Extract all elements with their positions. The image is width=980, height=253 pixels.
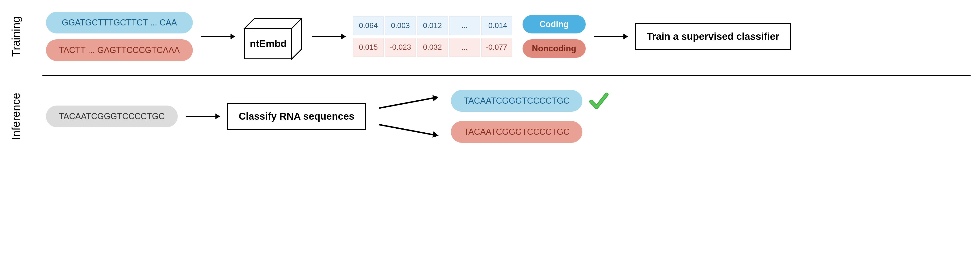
split-arrows: [378, 95, 439, 138]
embedding-row-coding: 0.064 0.003 0.012 ... -0.014: [353, 16, 512, 35]
noncoding-label-pill: Noncoding: [522, 39, 586, 58]
svg-marker-1: [231, 34, 235, 39]
ntembd-text: ntEmbd: [250, 38, 286, 49]
classify-box: Classify RNA sequences: [227, 103, 366, 130]
arrow-icon: [200, 32, 235, 41]
sequence-coding-pill: GGATGCTTTGCTTCT ... CAA: [46, 12, 193, 33]
inference-flow: TACAATCGGGTCCCCTGC Classify RNA sequence…: [46, 90, 970, 143]
inference-section: Inference TACAATCGGGTCCCCTGC Classify RN…: [10, 83, 970, 150]
embedding-cell: -0.077: [481, 38, 512, 57]
output-noncoding-pill: TACAATCGGGTCCCCTGC: [451, 121, 582, 143]
embedding-cell: -0.023: [385, 38, 416, 57]
arrow-icon: [593, 32, 628, 41]
training-section: Training GGATGCTTTGCTTCT ... CAA TACTT .…: [10, 5, 970, 68]
training-label: Training: [10, 16, 22, 57]
svg-marker-6: [341, 34, 346, 39]
output-coding-pill: TACAATCGGGTCCCCTGC: [451, 90, 582, 111]
embedding-cell: 0.064: [353, 16, 384, 35]
class-labels: Coding Noncoding: [522, 15, 586, 58]
embedding-cell: ...: [449, 38, 480, 57]
svg-marker-10: [215, 113, 220, 119]
arrow-icon: [311, 32, 346, 41]
embeddings-table: 0.064 0.003 0.012 ... -0.014 0.015 -0.02…: [353, 16, 512, 57]
svg-marker-12: [433, 95, 439, 101]
arrow-icon: [185, 111, 220, 121]
svg-marker-8: [624, 34, 628, 39]
svg-marker-14: [433, 132, 439, 138]
svg-line-13: [379, 125, 433, 135]
embedding-cell: 0.003: [385, 16, 416, 35]
arrow-down-icon: [378, 123, 439, 138]
training-sequences: GGATGCTTTGCTTCT ... CAA TACTT ... GAGTTC…: [46, 12, 193, 61]
sequence-noncoding-pill: TACTT ... GAGTTCCCGTCAAA: [46, 39, 193, 61]
embedding-cell: 0.012: [417, 16, 448, 35]
training-flow: GGATGCTTTGCTTCT ... CAA TACTT ... GAGTTC…: [46, 12, 970, 61]
embedding-cell: 0.032: [417, 38, 448, 57]
embedding-cell: -0.014: [481, 16, 512, 35]
inference-output-coding: TACAATCGGGTCCCCTGC: [451, 90, 610, 111]
svg-line-11: [379, 98, 433, 108]
arrow-up-icon: [378, 95, 439, 109]
section-divider: [43, 75, 970, 76]
coding-label-pill: Coding: [522, 15, 586, 33]
checkmark-icon: [588, 90, 609, 111]
inference-outputs: TACAATCGGGTCCCCTGC TACAATCGGGTCCCCTGC: [451, 90, 610, 143]
embedding-cell: 0.015: [353, 38, 384, 57]
inference-output-noncoding: TACAATCGGGTCCCCTGC: [451, 121, 610, 143]
classifier-box: Train a supervised classifier: [635, 23, 791, 50]
inference-label: Inference: [10, 93, 22, 140]
embedding-row-noncoding: 0.015 -0.023 0.032 ... -0.077: [353, 38, 512, 57]
embedding-cell: ...: [449, 16, 480, 35]
inference-input-pill: TACAATCGGGTCCCCTGC: [46, 105, 178, 127]
ntembd-model-box: ntEmbd: [242, 16, 304, 57]
